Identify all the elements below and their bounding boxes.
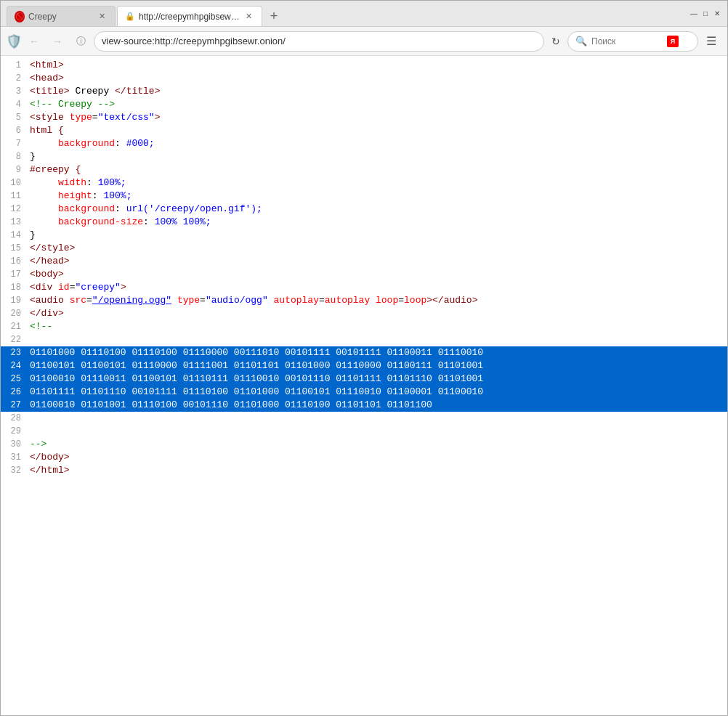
- source-line-30: 30-->: [1, 438, 727, 451]
- source-line-29: 29: [1, 425, 727, 438]
- tab-close-source[interactable]: ✕: [243, 11, 254, 23]
- info-button[interactable]: ⓘ: [70, 31, 91, 52]
- tab-creepy-title: Creepy: [28, 12, 93, 22]
- address-text: view-source:http://creepymhpgibsewr.onio…: [102, 36, 536, 46]
- tab-source-title: http://creepymhpgibsewr.oni...: [139, 12, 240, 22]
- line-number: 18: [1, 281, 30, 294]
- line-number: 25: [1, 373, 30, 386]
- line-content: </head>: [30, 255, 727, 268]
- source-line-22: 22: [1, 333, 727, 346]
- search-input[interactable]: [591, 36, 664, 46]
- source-line-32: 32</html>: [1, 464, 727, 477]
- line-number: 15: [1, 242, 30, 255]
- line-number: 1: [1, 59, 30, 72]
- line-content: </html>: [30, 464, 727, 477]
- tab-close-creepy[interactable]: ✕: [96, 11, 108, 23]
- source-line-8: 8}: [1, 150, 727, 163]
- reload-button[interactable]: ↻: [547, 33, 565, 50]
- new-tab-button[interactable]: +: [264, 6, 284, 26]
- line-number: 17: [1, 268, 30, 281]
- source-line-27: 2701100010 01101001 01110100 00101110 01…: [1, 399, 727, 412]
- source-line-15: 15</style>: [1, 242, 727, 255]
- line-number: 14: [1, 229, 30, 242]
- menu-button[interactable]: ☰: [701, 31, 721, 52]
- source-line-11: 11 height: 100%;: [1, 190, 727, 203]
- line-number: 21: [1, 320, 30, 333]
- source-line-9: 9#creepy {: [1, 163, 727, 176]
- back-button[interactable]: ←: [24, 31, 44, 52]
- source-line-16: 16</head>: [1, 255, 727, 268]
- line-content: background: #000;: [30, 137, 727, 150]
- forward-button[interactable]: →: [47, 31, 68, 52]
- line-number: 28: [1, 412, 30, 425]
- source-line-28: 28: [1, 412, 727, 425]
- line-number: 23: [1, 346, 30, 359]
- source-line-6: 6html {: [1, 124, 727, 137]
- line-content: html {: [30, 124, 727, 137]
- line-number: 2: [1, 72, 30, 85]
- line-number: 27: [1, 399, 30, 412]
- title-bar: 🚫 Creepy ✕ 🔒 http://creepymhpgibsewr.oni…: [1, 1, 727, 27]
- maximize-button[interactable]: □: [701, 9, 710, 18]
- window-controls: — □ ✕: [689, 9, 721, 18]
- line-content: height: 100%;: [30, 190, 727, 203]
- source-line-14: 14}: [1, 229, 727, 242]
- shield-icon: 🛡️: [7, 34, 21, 49]
- source-line-19: 19<audio src="/opening.ogg" type="audio/…: [1, 294, 727, 307]
- line-number: 8: [1, 150, 30, 163]
- line-content: <title> Creepy </title>: [30, 85, 727, 98]
- line-number: 29: [1, 425, 30, 438]
- line-content: #creepy {: [30, 163, 727, 176]
- source-line-24: 2401100101 01100101 01110000 01111001 01…: [1, 359, 727, 373]
- line-number: 7: [1, 137, 30, 150]
- source-line-4: 4<!-- Creepy -->: [1, 98, 727, 111]
- line-content: 01100101 01100101 01110000 01111001 0110…: [30, 359, 727, 373]
- line-content: </div>: [30, 307, 727, 320]
- line-content: <!-- Creepy -->: [30, 98, 727, 111]
- line-number: 5: [1, 111, 30, 124]
- line-content: background-size: 100% 100%;: [30, 216, 727, 229]
- line-number: 24: [1, 359, 30, 373]
- source-line-3: 3<title> Creepy </title>: [1, 85, 727, 98]
- source-line-31: 31</body>: [1, 451, 727, 464]
- tab-source[interactable]: 🔒 http://creepymhpgibsewr.oni... ✕: [117, 6, 262, 26]
- source-area: 1<html>2<head>3<title> Creepy </title>4<…: [1, 56, 727, 715]
- line-content: <audio src="/opening.ogg" type="audio/og…: [30, 294, 727, 307]
- source-line-13: 13 background-size: 100% 100%;: [1, 216, 727, 229]
- line-content: width: 100%;: [30, 176, 727, 190]
- nav-bar: 🛡️ ← → ⓘ view-source:http://creepymhpgib…: [1, 27, 727, 56]
- tab-area: 🚫 Creepy ✕ 🔒 http://creepymhpgibsewr.oni…: [7, 1, 684, 26]
- line-content: 01101111 01101110 00101111 01110100 0110…: [30, 386, 727, 399]
- line-number: 6: [1, 124, 30, 137]
- close-button[interactable]: ✕: [713, 9, 721, 18]
- search-bar[interactable]: 🔍 Я: [567, 31, 698, 52]
- line-content: <head>: [30, 72, 727, 85]
- source-line-12: 12 background: url('/creepy/open.gif');: [1, 203, 727, 216]
- line-content: <body>: [30, 268, 727, 281]
- line-content: </style>: [30, 242, 727, 255]
- source-line-7: 7 background: #000;: [1, 137, 727, 150]
- tab-creepy-favicon: 🚫: [15, 12, 25, 22]
- line-number: 20: [1, 307, 30, 320]
- address-bar[interactable]: view-source:http://creepymhpgibsewr.onio…: [94, 31, 544, 52]
- tab-source-favicon: 🔒: [125, 12, 135, 22]
- tab-creepy[interactable]: 🚫 Creepy ✕: [7, 6, 116, 26]
- line-number: 32: [1, 464, 30, 477]
- source-line-18: 18<div id="creepy">: [1, 281, 727, 294]
- no-entry-icon: 🚫: [15, 11, 25, 23]
- source-line-17: 17<body>: [1, 268, 727, 281]
- line-number: 10: [1, 176, 30, 190]
- source-line-26: 2601101111 01101110 00101111 01110100 01…: [1, 386, 727, 399]
- line-number: 22: [1, 333, 30, 346]
- source-line-25: 2501100010 01110011 01100101 01110111 01…: [1, 373, 727, 386]
- line-content: [30, 333, 727, 346]
- minimize-button[interactable]: —: [689, 9, 698, 18]
- line-number: 3: [1, 85, 30, 98]
- yandex-icon: Я: [667, 36, 679, 47]
- line-content: </body>: [30, 451, 727, 464]
- line-number: 30: [1, 438, 30, 451]
- line-content: [30, 425, 727, 438]
- line-number: 16: [1, 255, 30, 268]
- line-number: 19: [1, 294, 30, 307]
- line-content: }: [30, 150, 727, 163]
